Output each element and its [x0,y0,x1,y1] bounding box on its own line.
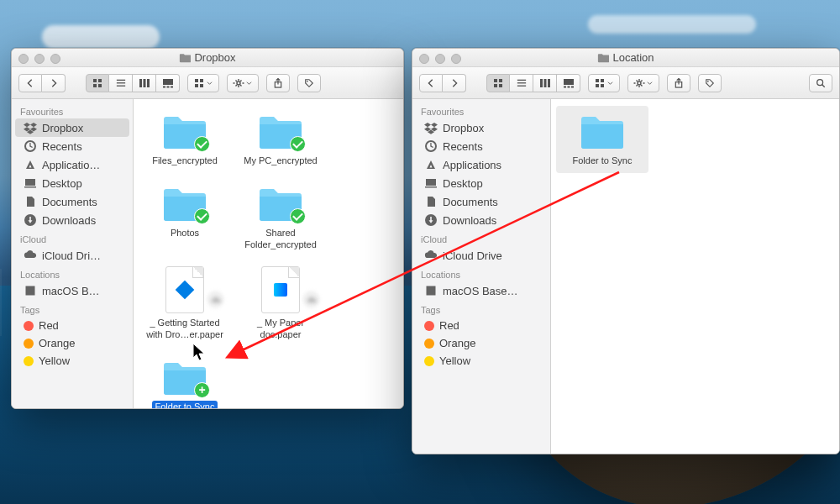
sidebar-item-label: Dropbox [42,122,83,134]
sidebar-item-label: iCloud Dri… [42,249,101,262]
close-button[interactable] [18,54,29,64]
sidebar-item-applicatio-[interactable]: Applicatio… [15,155,129,174]
titlebar[interactable]: Location [412,49,839,67]
sidebar: FavouritesDropboxRecentsApplicationsDesk… [412,99,551,454]
share-button[interactable] [667,74,690,92]
sidebar-item-yellow[interactable]: Yellow [15,352,129,370]
search-button[interactable] [809,74,832,92]
sidebar-item-dropbox[interactable]: Dropbox [15,118,129,137]
sidebar-item-downloads[interactable]: Downloads [416,211,547,229]
desktop-icon [24,176,37,190]
sidebar-item-label: Orange [439,337,475,349]
sidebar-header: Locations [12,265,133,281]
tags-button[interactable] [698,74,722,92]
sidebar-item-label: Applicatio… [42,159,100,171]
file-label: Shared Folder_encrypted [236,227,325,252]
file-item[interactable]: _ My Paper doc.paper [234,261,327,347]
file-item[interactable]: Files_encrypted [139,106,231,173]
back-button[interactable] [419,74,443,92]
sidebar-item-applications[interactable]: Applications [416,155,547,174]
tag-color-dot [424,339,434,349]
sidebar-item-orange[interactable]: Orange [15,334,129,352]
file-item[interactable]: My PC_encrypted [234,106,327,173]
minimize-button[interactable] [435,54,445,64]
dropbox-icon [24,121,37,134]
column-view-button[interactable] [133,74,156,92]
close-button[interactable] [419,54,429,64]
tag-color-dot [24,356,34,366]
gallery-view-button[interactable] [156,74,180,92]
tag-color-dot [424,321,434,331]
content-area[interactable]: Folder to Sync [551,99,839,454]
zoom-button[interactable] [50,54,60,64]
sidebar-item-documents[interactable]: Documents [416,192,547,211]
sidebar-item-label: macOS Base… [443,285,518,297]
file-label: My PC_encrypted [240,155,320,168]
folder-icon [160,111,209,151]
column-view-button[interactable] [533,74,557,92]
sidebar-item-red[interactable]: Red [15,317,129,334]
sidebar-item-downloads[interactable]: Downloads [15,211,129,229]
list-view-button[interactable] [510,74,533,92]
action-button[interactable] [227,74,259,92]
sidebar-item-macos-base-[interactable]: macOS Base… [416,281,547,300]
file-label: _ Getting Started with Dro…er.paper [140,317,229,342]
file-item[interactable]: +Folder to Sync [139,352,231,408]
downloads-icon [424,213,438,227]
file-item[interactable]: Shared Folder_encrypted [234,178,327,257]
icon-view-button[interactable] [86,74,109,92]
apps-icon [24,158,37,171]
file-label: Folder to Sync [570,155,636,168]
sidebar-item-label: Documents [42,196,97,208]
sidebar-item-red[interactable]: Red [416,317,547,334]
disk-icon [424,284,438,297]
sidebar-header: Tags [12,300,133,317]
file-item[interactable]: Photos [139,178,231,257]
gallery-view-button[interactable] [557,74,580,92]
action-button[interactable] [627,74,659,92]
list-view-button[interactable] [109,74,133,92]
document-icon [261,266,300,313]
sidebar-item-label: Red [439,319,459,332]
sidebar-header: iCloud [12,229,133,246]
forward-button[interactable] [443,74,466,92]
file-item[interactable]: Folder to Sync [556,106,648,173]
forward-button[interactable] [42,74,66,92]
sidebar-item-icloud-drive[interactable]: iCloud Drive [416,246,547,265]
zoom-button[interactable] [451,54,461,64]
back-button[interactable] [18,74,42,92]
file-label: Folder to Sync [152,401,218,408]
file-item[interactable]: _ Getting Started with Dro…er.paper [139,261,231,347]
sidebar-item-icloud-dri-[interactable]: iCloud Dri… [15,246,129,265]
sidebar-item-label: Downloads [443,214,496,227]
tags-button[interactable] [297,74,321,92]
sidebar-item-yellow[interactable]: Yellow [416,352,547,370]
sidebar-item-orange[interactable]: Orange [416,334,547,352]
icon-view-button[interactable] [486,74,510,92]
recents-icon [24,139,37,153]
sidebar-header: Favourites [412,102,550,118]
titlebar[interactable]: Dropbox [12,49,403,67]
icloud-icon [24,249,37,262]
sidebar-item-documents[interactable]: Documents [15,192,129,211]
sidebar-item-label: Red [39,319,59,332]
sidebar-item-recents[interactable]: Recents [416,137,547,155]
cloud-badge [303,291,319,307]
cloud-badge [207,291,223,307]
sidebar-item-dropbox[interactable]: Dropbox [416,118,547,137]
downloads-icon [24,213,37,227]
share-button[interactable] [266,74,290,92]
sidebar-item-macos-b-[interactable]: macOS B… [15,281,129,300]
sidebar-item-recents[interactable]: Recents [15,137,129,155]
sidebar-item-desktop[interactable]: Desktop [416,174,547,192]
arrange-button[interactable] [187,74,219,92]
sidebar-item-desktop[interactable]: Desktop [15,174,129,192]
sidebar-item-label: Recents [443,140,483,153]
file-label: Files_encrypted [149,155,221,168]
content-area[interactable]: Files_encryptedMy PC_encryptedPhotosShar… [134,99,403,408]
toolbar [412,67,839,99]
minimize-button[interactable] [34,54,45,64]
folder-icon [256,111,305,151]
arrange-button[interactable] [588,74,620,92]
tag-color-dot [424,356,434,366]
